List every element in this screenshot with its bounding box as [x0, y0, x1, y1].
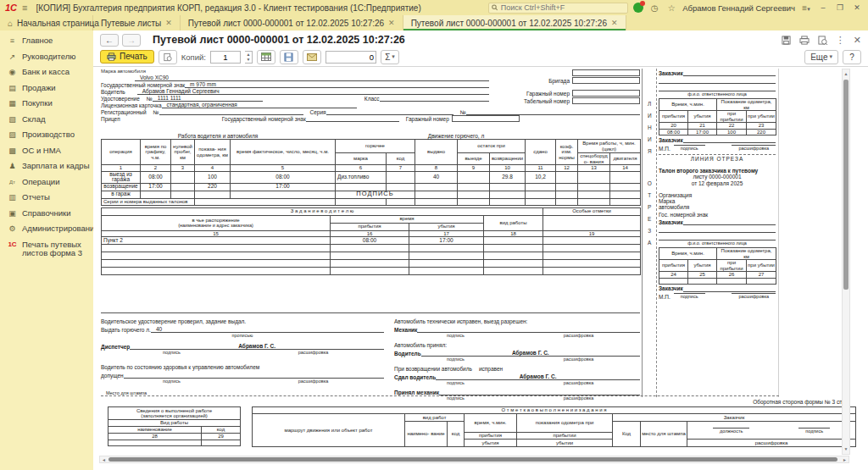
scroll-left-icon[interactable]: ◄: [102, 457, 106, 462]
tab-close-icon[interactable]: ✕: [388, 19, 395, 27]
email-button[interactable]: [303, 50, 321, 64]
task-row: [102, 260, 641, 268]
vehicle-fields: Марка автомобиля Volvo XC90 Государствен…: [101, 69, 640, 124]
user-name[interactable]: Абрамов Геннадий Сергеевич: [682, 3, 795, 13]
sidebar-item-sklad[interactable]: ▧Склад: [0, 113, 93, 125]
work-table-title: Работа водителя и автомобиля: [101, 133, 335, 140]
sidebar-item-otchety[interactable]: ▥Отчеты: [0, 191, 93, 203]
lic-value: стандартная, ограниченная: [162, 102, 357, 109]
dispatcher-name: Абрамов Г. С.: [130, 343, 384, 351]
scroll-up-icon[interactable]: ▲: [843, 71, 849, 78]
print-button[interactable]: Печать: [100, 50, 154, 64]
sidebar-item-rukovoditelyu[interactable]: ↗Руководителю: [0, 51, 93, 63]
vertical-scroll-thumb[interactable]: [843, 80, 849, 290]
task-row: [102, 252, 641, 260]
close-button[interactable]: ✕: [851, 3, 863, 12]
copies-stepper[interactable]: ▲▼: [245, 51, 253, 64]
sum-field[interactable]: [326, 51, 376, 64]
tab-home[interactable]: ⌂ Начальная страница: [0, 15, 93, 30]
garage-box: [572, 90, 640, 97]
content-area: ← → Путевой лист 0000-000001 от 12.02.20…: [93, 30, 868, 470]
application-window: 1С ≡ [КОПИЯ] Бухгалтерия предприятия КОР…: [0, 0, 868, 470]
copies-input[interactable]: [210, 51, 241, 64]
notifications-icon[interactable]: [633, 3, 643, 13]
scroll-right-icon[interactable]: ►: [843, 457, 847, 462]
horizontal-cut-line: [101, 395, 779, 396]
main-menu-icon[interactable]: ≡: [22, 3, 27, 13]
dtkt-icon: Дт: [8, 178, 17, 186]
gear-icon: ⚙: [8, 224, 17, 233]
onec-icon: 1С: [8, 241, 17, 249]
work-row-signature: в гаражПОДПИСЬ: [102, 191, 641, 198]
tab-close-icon[interactable]: ✕: [611, 19, 618, 27]
sidebar-item-proizvodstvo[interactable]: ▨Производство: [0, 129, 93, 141]
more-button[interactable]: Еще▾: [804, 50, 838, 64]
preview-button[interactable]: [159, 50, 177, 64]
empty-box: [572, 69, 640, 76]
service-menu-icon[interactable]: ≡▾: [800, 3, 812, 13]
tab-putevoy-list-2[interactable]: Путевой лист 0000-000001 от 12.02.2025 1…: [403, 15, 626, 30]
print-form-sheet[interactable]: Марка автомобиля Volvo XC90 Государствен…: [99, 67, 855, 456]
work-row-depart: выезд из гаража08:0010008:00Диз.топливо4…: [102, 171, 641, 183]
sidebar-item-spravochniki[interactable]: ▣Справочники: [0, 207, 93, 219]
horizontal-scroll-thumb[interactable]: [108, 457, 837, 462]
help-button[interactable]: ?: [843, 50, 861, 64]
driver-sign-name: Абрамов Г. С.: [421, 350, 640, 357]
work-row-return: возвращение17:0022017:00: [102, 183, 641, 191]
sidebar-item-pechat-putevyh-listov[interactable]: 1СПечать путевых листов форма 3: [0, 239, 93, 259]
sidebar-item-operatsii[interactable]: ДтОперации: [0, 176, 93, 188]
sidebar-item-bank-i-kassa[interactable]: ◉Банк и касса: [0, 66, 93, 78]
forward-button[interactable]: →: [122, 34, 141, 47]
sidebar-item-os-i-nma[interactable]: ▩ОС и НМА: [0, 145, 93, 157]
close-document-icon[interactable]: ✕: [854, 36, 861, 45]
task-completion-table: О т м е т к а о в ы п о л н е н и и з а …: [252, 406, 856, 447]
favorites-star-icon[interactable]: ☆: [665, 3, 677, 13]
notes-title: Особые отметки: [543, 207, 641, 215]
onec-logo: 1С: [5, 3, 17, 13]
task-row: [102, 268, 641, 275]
sidebar-item-zarplata-i-kadry[interactable]: ♟Зарплата и кадры: [0, 160, 93, 172]
more-vert-icon[interactable]: ⋮: [836, 36, 845, 45]
task-row: [102, 245, 641, 252]
chart-up-icon: ↗: [8, 53, 17, 61]
sidebar-item-glavnoe[interactable]: ≡Главное: [0, 35, 93, 47]
coupon-column: Заказчик ф.и.о. ответственного лица Врем…: [659, 69, 779, 397]
save-button[interactable]: [280, 50, 298, 64]
spreadsheet-area: Марка автомобиля Volvo XC90 Государствен…: [93, 67, 868, 470]
restore-button[interactable]: ❐: [834, 3, 846, 12]
backside-note: Оборотная сторона формы № 3 спец: [101, 399, 854, 406]
sidebar-item-administrirovanie[interactable]: ⚙Администрирование: [0, 223, 93, 235]
titlebar: 1С ≡ [КОПИЯ] Бухгалтерия предприятия КОР…: [0, 0, 868, 15]
tab-label: Путевой лист 0000-000001 от 12.02.2025 1…: [411, 19, 607, 28]
task-title: З а д а н и е в о д и т е л ю: [102, 207, 543, 215]
header-boxes: Бригада Гаражный номер Табельный номер: [489, 69, 640, 104]
coin-icon: ◉: [8, 68, 17, 76]
history-icon[interactable]: ◷: [648, 3, 660, 13]
coupon2-table: Время, ч.мин.Показание одометра, км приб…: [659, 247, 776, 285]
preview-icon[interactable]: [818, 36, 827, 45]
table-settings-button[interactable]: [257, 50, 275, 64]
tab-putevoy-list-1[interactable]: Путевой лист 0000-000001 от 12.02.2025 1…: [181, 15, 403, 30]
tab-label: Путевые листы: [101, 19, 161, 28]
tab-putevye-listy[interactable]: Путевые листы ✕: [93, 15, 181, 30]
print-icon[interactable]: [799, 36, 810, 45]
minimize-button[interactable]: –: [817, 3, 829, 12]
vertical-scrollbar[interactable]: ▲ ▼: [842, 69, 850, 455]
sidebar-item-pokupki[interactable]: ▦Покупки: [0, 97, 93, 109]
save-icon[interactable]: [782, 36, 791, 45]
horizontal-scrollbar[interactable]: ◄ ►: [99, 456, 849, 463]
search-input[interactable]: [501, 3, 626, 12]
global-search[interactable]: [488, 3, 628, 14]
brigade-box: [572, 77, 640, 84]
scroll-down-icon[interactable]: ▼: [843, 446, 849, 453]
personnel-box: [572, 97, 640, 104]
document-title: Путевой лист 0000-000001 от 12.02.2025 1…: [153, 34, 405, 46]
tab-close-icon[interactable]: ✕: [165, 19, 172, 27]
task-table: З а д а н и е в о д и т е л ю Особые отм…: [101, 207, 641, 276]
menu-icon: ≡: [8, 36, 17, 45]
sum-button[interactable]: Σ▾: [381, 50, 399, 64]
back-button[interactable]: ←: [100, 34, 119, 47]
sidebar-item-prodazhi[interactable]: ▤Продажи: [0, 82, 93, 94]
cart-icon: ▦: [8, 99, 17, 108]
signatures-block: Водительское удостоверение проверил, зад…: [101, 312, 640, 404]
